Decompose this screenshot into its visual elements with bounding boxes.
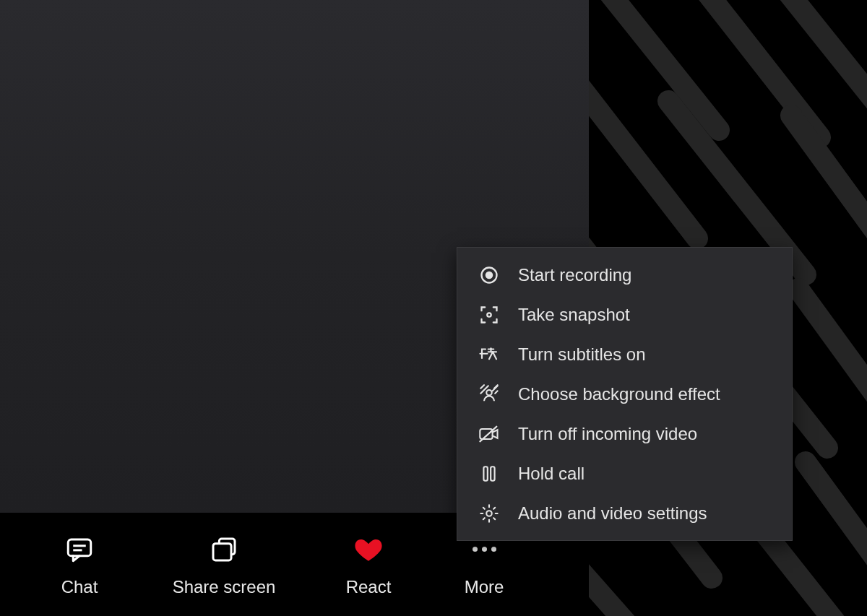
share-screen-icon	[210, 532, 238, 567]
svg-point-18	[486, 511, 491, 516]
svg-point-7	[487, 313, 491, 316]
menu-item-label: Turn off incoming video	[518, 424, 697, 444]
svg-point-6	[486, 271, 493, 279]
hold-call-item[interactable]: Hold call	[457, 454, 792, 493]
menu-item-label: Start recording	[518, 265, 631, 285]
menu-item-label: Choose background effect	[518, 384, 720, 404]
turn-subtitles-on-item[interactable]: Turn subtitles on	[457, 334, 792, 374]
record-icon	[476, 262, 502, 288]
background-effect-icon	[476, 381, 502, 407]
menu-item-label: Hold call	[518, 464, 585, 484]
hold-icon	[476, 461, 502, 487]
chat-button[interactable]: Chat	[7, 513, 152, 616]
video-off-icon	[476, 421, 502, 447]
react-button[interactable]: React	[296, 513, 441, 616]
svg-rect-1	[68, 539, 91, 556]
share-screen-button[interactable]: Share screen	[152, 513, 296, 616]
start-recording-item[interactable]: Start recording	[457, 255, 792, 295]
react-label: React	[346, 577, 392, 597]
snapshot-icon	[476, 302, 502, 328]
svg-point-8	[486, 389, 491, 394]
turn-off-incoming-video-item[interactable]: Turn off incoming video	[457, 414, 792, 454]
take-snapshot-item[interactable]: Take snapshot	[457, 295, 792, 334]
menu-item-label: Take snapshot	[518, 305, 630, 325]
svg-rect-17	[491, 467, 494, 481]
menu-item-label: Turn subtitles on	[518, 344, 646, 365]
more-label: More	[465, 577, 504, 597]
chat-icon	[64, 532, 95, 567]
subtitles-icon	[476, 342, 502, 368]
chat-label: Chat	[61, 577, 98, 597]
choose-background-effect-item[interactable]: Choose background effect	[457, 374, 792, 414]
svg-rect-4	[213, 543, 231, 560]
heart-icon	[352, 532, 385, 567]
share-label: Share screen	[173, 577, 276, 597]
svg-rect-14	[480, 429, 492, 439]
more-options-menu: Start recording Take snapshot	[457, 247, 793, 541]
gear-icon	[476, 500, 502, 526]
svg-line-13	[495, 391, 498, 394]
svg-rect-16	[483, 467, 487, 481]
audio-video-settings-item[interactable]: Audio and video settings	[457, 493, 792, 533]
menu-item-label: Audio and video settings	[518, 503, 707, 524]
svg-line-9	[480, 385, 484, 389]
